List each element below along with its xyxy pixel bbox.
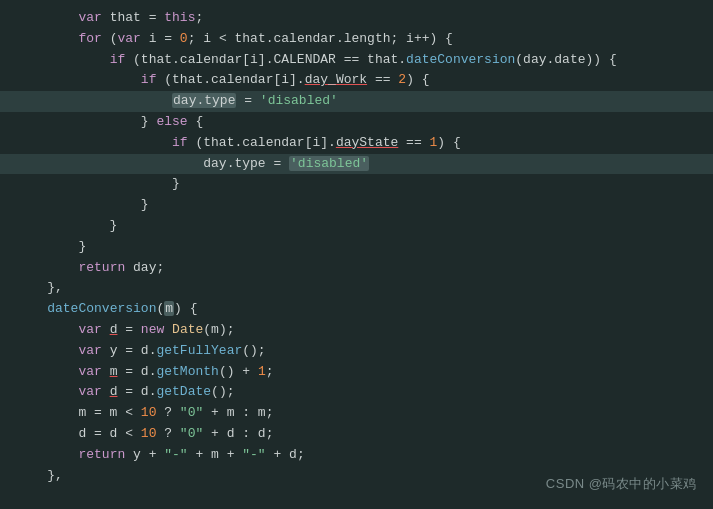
code-line: }, [0,278,713,299]
watermark: CSDN @码农中的小菜鸡 [546,475,697,493]
code-line: dateConversion(m) { [0,299,713,320]
code-line-highlighted: day.type = 'disabled' [0,91,713,112]
code-line: } [0,195,713,216]
code-line: } else { [0,112,713,133]
code-line: var d = d.getDate(); [0,382,713,403]
code-line: var y = d.getFullYear(); [0,341,713,362]
code-line-highlighted2: day.type = 'disabled' [0,154,713,175]
code-line: for (var i = 0; i < that.calendar.length… [0,29,713,50]
code-line: } [0,174,713,195]
code-line: m = m < 10 ? "0" + m : m; [0,403,713,424]
code-line: var m = d.getMonth() + 1; [0,362,713,383]
code-line: } [0,237,713,258]
code-line: d = d < 10 ? "0" + d : d; [0,424,713,445]
code-line: return y + "-" + m + "-" + d; [0,445,713,466]
code-line: if (that.calendar[i].day_Work == 2) { [0,70,713,91]
code-line: var d = new Date(m); [0,320,713,341]
code-line: var that = this; [0,8,713,29]
code-line: if (that.calendar[i].CALENDAR == that.da… [0,50,713,71]
code-container: var that = this; for (var i = 0; i < tha… [0,0,713,509]
code-line: return day; [0,258,713,279]
code-line: if (that.calendar[i].dayState == 1) { [0,133,713,154]
code-line: } [0,216,713,237]
